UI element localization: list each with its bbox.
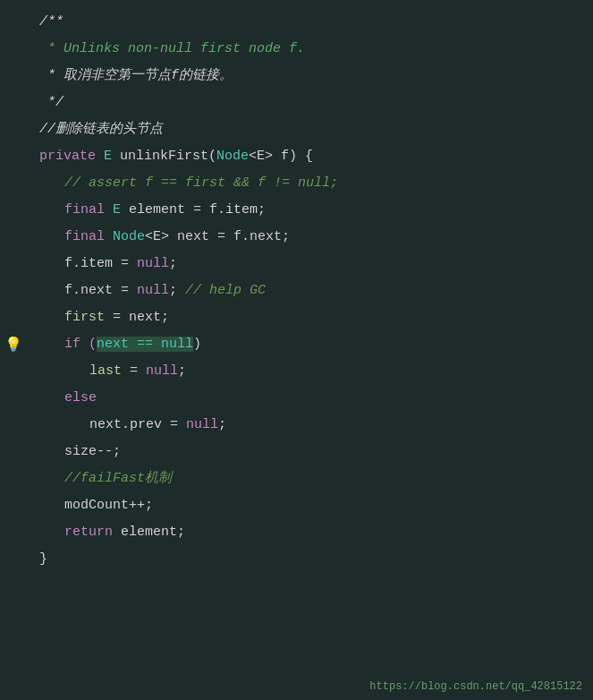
code-line-13: 💡 if (next == null) bbox=[0, 331, 593, 358]
line-content-15: else bbox=[27, 385, 97, 412]
gutter-20 bbox=[0, 519, 27, 546]
code-line-2: * Unlinks non-null first node f. bbox=[0, 36, 593, 63]
gutter-19 bbox=[0, 492, 27, 519]
line-content-17: size--; bbox=[27, 439, 121, 465]
line-content-16: next.prev = null; bbox=[27, 412, 226, 439]
line-content-13: if (next == null) bbox=[27, 331, 201, 358]
code-line-20: return element; bbox=[0, 519, 593, 546]
line-content-6: private E unlinkFirst(Node<E> f) { bbox=[27, 143, 313, 170]
code-line-4: */ bbox=[0, 90, 593, 116]
gutter-17 bbox=[0, 439, 27, 465]
code-line-16: next.prev = null; bbox=[0, 412, 593, 439]
gutter-12 bbox=[0, 304, 27, 331]
gutter-1 bbox=[0, 9, 27, 36]
code-editor: /** * Unlinks non-null first node f. * 取… bbox=[0, 0, 593, 700]
code-line-11: f.next = null; // help GC bbox=[0, 277, 593, 304]
code-line-12: first = next; bbox=[0, 304, 593, 331]
code-line-7: // assert f == first && f != null; bbox=[0, 170, 593, 197]
gutter-2 bbox=[0, 36, 27, 63]
gutter-16 bbox=[0, 412, 27, 439]
code-line-14: last = null; bbox=[0, 358, 593, 385]
line-content-2: * Unlinks non-null first node f. bbox=[27, 36, 305, 63]
gutter-15 bbox=[0, 385, 27, 412]
line-content-12: first = next; bbox=[27, 304, 169, 331]
code-line-9: final Node<E> next = f.next; bbox=[0, 224, 593, 251]
gutter-10 bbox=[0, 251, 27, 277]
line-content-11: f.next = null; // help GC bbox=[27, 277, 266, 304]
code-line-8: final E element = f.item; bbox=[0, 197, 593, 224]
footer-url: https://blog.csdn.net/qq_42815122 bbox=[369, 680, 582, 693]
code-line-10: f.item = null; bbox=[0, 251, 593, 277]
line-content-18: //failFast机制 bbox=[27, 465, 172, 492]
gutter-14 bbox=[0, 358, 27, 385]
code-line-1: /** bbox=[0, 9, 593, 36]
code-line-5: //删除链表的头节点 bbox=[0, 116, 593, 143]
gutter-4 bbox=[0, 90, 27, 116]
code-line-21: } bbox=[0, 546, 593, 573]
line-content-7: // assert f == first && f != null; bbox=[27, 170, 338, 197]
line-content-9: final Node<E> next = f.next; bbox=[27, 224, 290, 251]
line-content-10: f.item = null; bbox=[27, 251, 177, 277]
gutter-9 bbox=[0, 224, 27, 251]
line-content-5: //删除链表的头节点 bbox=[27, 116, 163, 143]
bulb-icon[interactable]: 💡 bbox=[4, 336, 22, 354]
gutter-7 bbox=[0, 170, 27, 197]
footer-url-text: https://blog.csdn.net/qq_42815122 bbox=[369, 680, 582, 693]
gutter-13: 💡 bbox=[0, 331, 27, 358]
code-line-18: //failFast机制 bbox=[0, 465, 593, 492]
line-content-20: return element; bbox=[27, 519, 185, 546]
gutter-5 bbox=[0, 116, 27, 143]
gutter-3 bbox=[0, 63, 27, 90]
gutter-18 bbox=[0, 465, 27, 492]
code-line-17: size--; bbox=[0, 439, 593, 465]
code-line-19: modCount++; bbox=[0, 492, 593, 519]
line-content-14: last = null; bbox=[27, 358, 186, 385]
gutter-21 bbox=[0, 546, 27, 573]
gutter-6 bbox=[0, 143, 27, 170]
line-content-1: /** bbox=[27, 9, 64, 36]
line-content-3: * 取消非空第一节点f的链接。 bbox=[27, 63, 233, 90]
code-line-15: else bbox=[0, 385, 593, 412]
line-content-21: } bbox=[27, 546, 47, 573]
line-content-4: */ bbox=[27, 90, 64, 116]
gutter-11 bbox=[0, 277, 27, 304]
gutter-8 bbox=[0, 197, 27, 224]
line-content-8: final E element = f.item; bbox=[27, 197, 266, 224]
code-line-6: private E unlinkFirst(Node<E> f) { bbox=[0, 143, 593, 170]
code-line-3: * 取消非空第一节点f的链接。 bbox=[0, 63, 593, 90]
line-content-19: modCount++; bbox=[27, 492, 153, 519]
